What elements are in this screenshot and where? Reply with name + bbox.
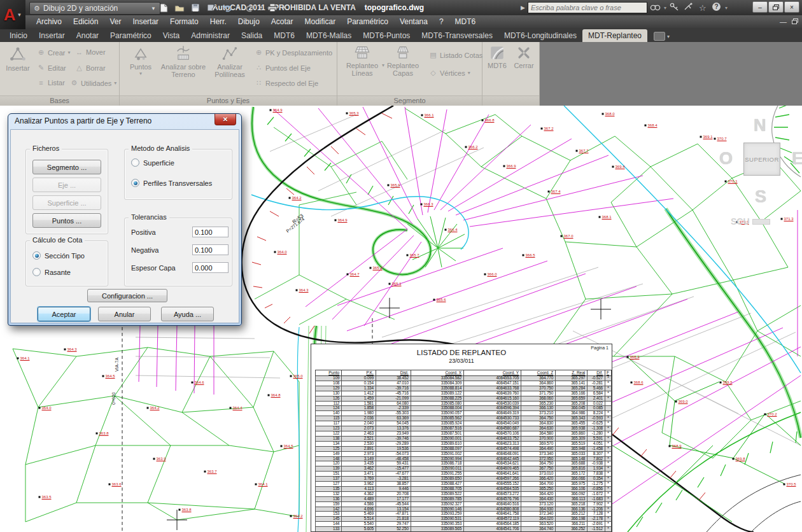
- help-dropdown-icon[interactable]: ▾: [725, 5, 728, 11]
- mdt6-button[interactable]: MDT6: [485, 45, 509, 69]
- superficie-button[interactable]: Superficie ...: [32, 195, 101, 210]
- new-file-icon[interactable]: [158, 3, 169, 13]
- puntos-del-eje-button[interactable]: ∴Puntos del Eje: [255, 64, 311, 72]
- doc-minimize-button[interactable]: —: [780, 18, 787, 25]
- keychain-icon[interactable]: [669, 3, 680, 13]
- radio-seccion-tipo[interactable]: Sección Tipo: [32, 251, 85, 260]
- tab-mdt6-transversales[interactable]: MDT6-Transversales: [416, 29, 498, 42]
- menu-archivo[interactable]: Archivo: [31, 15, 67, 28]
- menu-edici-n[interactable]: Edición: [67, 15, 104, 28]
- viewcube-top-face[interactable]: SUPERIOR: [743, 143, 780, 176]
- panel-label-puntos-y-ejes[interactable]: Puntos y Ejes: [120, 95, 337, 106]
- tab-administrar[interactable]: Administrar: [185, 29, 236, 42]
- crear-button[interactable]: ⊕Crear▾: [37, 48, 71, 57]
- menu-ver[interactable]: Ver: [104, 15, 127, 28]
- undo-dropdown-icon[interactable]: ▾: [237, 5, 240, 10]
- tab-mdt-replanteo[interactable]: MDT-Replanteo: [582, 29, 647, 42]
- tab-anotar[interactable]: Anotar: [71, 29, 104, 42]
- qat-dropdown-icon[interactable]: ▾: [283, 5, 285, 10]
- aceptar-button[interactable]: Aceptar: [38, 307, 90, 321]
- search-input[interactable]: [528, 2, 647, 13]
- search-expand-icon[interactable]: ▶: [521, 4, 525, 11]
- save-as-icon[interactable]: [206, 3, 217, 13]
- listado-cotas-button[interactable]: ▤Listado Cotas: [429, 51, 482, 59]
- dialog-close-button[interactable]: ✕: [215, 114, 236, 125]
- menu-insertar[interactable]: Insertar: [127, 15, 164, 28]
- puntos-file-button[interactable]: Puntos ...: [32, 213, 101, 228]
- survey-point-marker: 364.2: [289, 196, 302, 200]
- workspace-switcher[interactable]: ⚙ Dibujo 2D y anotación ▼: [29, 2, 160, 15]
- configuracion-button[interactable]: Configuracion ...: [87, 289, 167, 302]
- vertices-button[interactable]: ◇Vértices▾: [429, 69, 470, 77]
- viewcube-west[interactable]: O: [719, 149, 733, 169]
- tab-mdt6-puntos[interactable]: MDT6-Puntos: [357, 29, 416, 42]
- close-button[interactable]: ×: [784, 1, 799, 13]
- analizar-polilineas-button[interactable]: Analizar Polilíneas: [209, 45, 251, 79]
- plot-icon[interactable]: [267, 3, 278, 13]
- search-dropdown-icon[interactable]: ▾: [664, 5, 666, 11]
- espesor-capa-input[interactable]: [192, 262, 229, 273]
- listar-button[interactable]: ≡Listar: [37, 79, 65, 87]
- tab-insertar[interactable]: Insertar: [33, 29, 71, 42]
- undo-icon[interactable]: [222, 3, 233, 13]
- eje-button[interactable]: Eje ...: [32, 178, 101, 192]
- favorites-star-icon[interactable]: ☆: [697, 3, 708, 13]
- tab-mdt6[interactable]: MDT6: [268, 29, 300, 42]
- mover-button[interactable]: ↔Mover: [75, 48, 106, 56]
- redo-dropdown-icon[interactable]: ▾: [260, 5, 263, 10]
- viewcube-north[interactable]: N: [754, 116, 766, 136]
- drawing-path: [255, 127, 407, 325]
- open-folder-icon[interactable]: [174, 3, 185, 13]
- ribbon-minimize-control[interactable]: ▾: [654, 32, 670, 41]
- replanteo-lineas-button[interactable]: Replanteo Líneas ▾: [342, 45, 382, 78]
- utilidades-button[interactable]: ⚙Utilidades▾: [70, 79, 116, 87]
- application-menu-button[interactable]: A ▼: [0, 0, 25, 29]
- tab-mdt6-mallas[interactable]: MDT6-Mallas: [300, 29, 357, 42]
- radio-perfiles-transversales[interactable]: Perfiles Transversales: [131, 179, 212, 187]
- positiva-input[interactable]: [192, 227, 229, 237]
- tab-inicio[interactable]: Inicio: [4, 29, 33, 42]
- editar-button[interactable]: ✎Editar: [37, 64, 66, 72]
- svg-text:369.8: 369.8: [736, 457, 746, 461]
- communication-center-icon[interactable]: [683, 3, 694, 13]
- cerrar-button[interactable]: Cerrar: [512, 45, 536, 69]
- segmento-button[interactable]: Segmento ...: [32, 160, 101, 174]
- tab-salida[interactable]: Salida: [236, 29, 268, 42]
- binoculars-search-icon[interactable]: [650, 3, 661, 13]
- ayuda-button[interactable]: Ayuda ...: [161, 307, 214, 321]
- radio-rasante[interactable]: Rasante: [32, 268, 71, 276]
- menu-[interactable]: ?: [433, 15, 449, 28]
- radio-superficie[interactable]: Superficie: [131, 158, 174, 167]
- analizar-sobre-terreno-button[interactable]: Analizar sobre Terreno: [159, 45, 208, 79]
- save-icon[interactable]: [190, 3, 201, 13]
- menu-param-trico[interactable]: Paramétrico: [341, 15, 394, 28]
- panel-label-segmento[interactable]: Segmento: [337, 95, 482, 106]
- menu-mdt6[interactable]: MDT6: [449, 15, 482, 28]
- menu-acotar[interactable]: Acotar: [265, 15, 299, 28]
- respecto-del-eje-button[interactable]: ∷Respecto del Eje: [255, 79, 318, 87]
- survey-point-marker: 364.4: [230, 406, 243, 410]
- puntos-button[interactable]: Puntos ▾: [126, 45, 155, 77]
- menu-formato[interactable]: Formato: [164, 15, 204, 28]
- anular-button[interactable]: Anular: [98, 307, 151, 321]
- restore-button[interactable]: [768, 1, 784, 13]
- viewcube-south[interactable]: S: [755, 187, 766, 207]
- tab-param-trico[interactable]: Paramétrico: [104, 29, 157, 42]
- doc-restore-button[interactable]: [792, 18, 798, 25]
- menu-modificar[interactable]: Modificar: [299, 15, 342, 28]
- viewcube-east[interactable]: E: [792, 149, 802, 169]
- borrar-button[interactable]: △Borrar: [75, 64, 106, 72]
- menu-ventana[interactable]: Ventana: [394, 15, 433, 28]
- menu-herr[interactable]: Herr.: [204, 15, 232, 28]
- panel-label-bases[interactable]: Bases: [0, 95, 119, 106]
- menu-dibujo[interactable]: Dibujo: [232, 15, 265, 28]
- tab-vista[interactable]: Vista: [157, 29, 185, 42]
- redo-icon[interactable]: [244, 3, 256, 13]
- replanteo-capas-button[interactable]: Replanteo Capas: [384, 45, 421, 78]
- help-icon[interactable]: ?: [711, 2, 722, 13]
- tab-mdt6-longitudinales[interactable]: MDT6-Longitudinales: [498, 29, 582, 42]
- minimize-button[interactable]: –: [752, 1, 768, 13]
- pk-y-desplazamiento-button[interactable]: ⊕PK y Desplazamiento: [255, 48, 332, 57]
- insertar-button[interactable]: Insertar: [3, 45, 33, 72]
- negativa-input[interactable]: [192, 244, 229, 255]
